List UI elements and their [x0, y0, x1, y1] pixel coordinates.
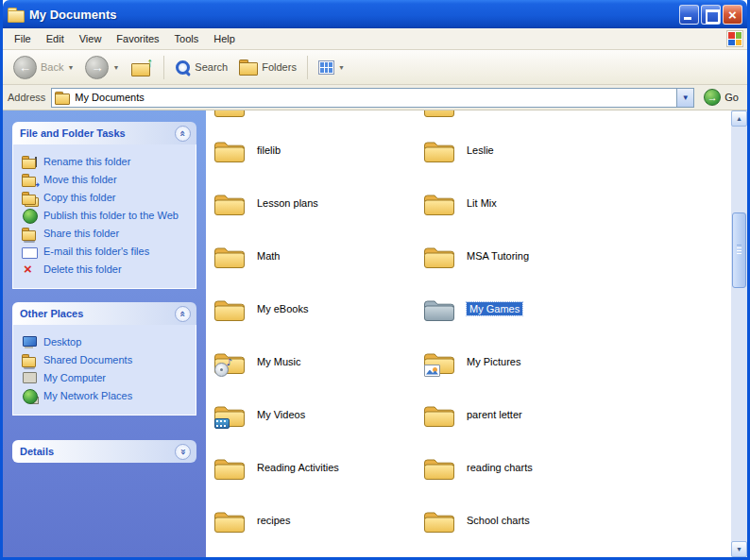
- address-dropdown-icon[interactable]: ▼: [676, 89, 693, 107]
- folder-item[interactable]: My eBooks: [213, 282, 423, 335]
- folder-icon: [423, 508, 455, 534]
- folder-label: My eBooks: [257, 303, 308, 314]
- task-item[interactable]: Publish this folder to the Web: [22, 209, 192, 223]
- scroll-down-icon[interactable]: ▼: [731, 541, 747, 557]
- task-item-label: Share this folder: [43, 227, 119, 240]
- menu-item-favorites[interactable]: Favorites: [109, 30, 166, 47]
- folder-item[interactable]: filelib: [213, 124, 423, 177]
- folder-item[interactable]: Lit Mix: [423, 177, 707, 229]
- folder-item[interactable]: Lesson plans: [213, 177, 423, 229]
- folder-icon: [213, 297, 246, 322]
- menu-item-edit[interactable]: Edit: [39, 30, 72, 47]
- folder-icon: [423, 402, 455, 428]
- task-item[interactable]: My Network Places: [22, 389, 192, 403]
- folders-button[interactable]: Folders: [234, 57, 301, 77]
- scroll-up-icon[interactable]: ▲: [731, 110, 747, 127]
- views-icon: [318, 60, 334, 75]
- menu-item-tools[interactable]: Tools: [167, 30, 207, 47]
- forward-button[interactable]: → ▼: [80, 53, 124, 82]
- task-item[interactable]: Copy this folder: [22, 191, 192, 205]
- videos-folder-icon: [213, 402, 246, 428]
- other-places-list: DesktopShared DocumentsMy ComputerMy Net…: [12, 325, 196, 416]
- vertical-scrollbar[interactable]: ▲ ▼: [731, 110, 747, 557]
- details-panel: Details: [12, 440, 196, 463]
- task-item[interactable]: Desktop: [22, 335, 192, 349]
- forward-icon: →: [85, 56, 109, 79]
- task-item-label: Publish this folder to the Web: [43, 209, 179, 222]
- share-folder-icon: [22, 227, 38, 241]
- search-label: Search: [195, 61, 228, 73]
- folder-item[interactable]: parent letter: [423, 388, 707, 441]
- folder-item[interactable]: My Games: [423, 282, 707, 335]
- music-folder-icon: [213, 349, 246, 375]
- task-item[interactable]: Rename this folder: [22, 155, 192, 169]
- folder-icon: [213, 191, 246, 216]
- folder-icon: [423, 191, 455, 216]
- folder-item[interactable]: My Pictures: [423, 335, 707, 388]
- task-item-label: E-mail this folder's files: [43, 245, 149, 258]
- task-item-label: Copy this folder: [43, 191, 115, 204]
- partial-folder-icon: [423, 110, 455, 118]
- email-icon: [22, 245, 38, 259]
- address-bar: Address My Documents ▼ → Go: [3, 85, 747, 110]
- address-combo[interactable]: My Documents ▼: [51, 88, 694, 108]
- task-item[interactable]: Delete this folder: [22, 263, 192, 277]
- cd-music-icon: [214, 363, 229, 377]
- folder-item[interactable]: My Videos: [213, 388, 423, 441]
- folder-item[interactable]: Math: [213, 229, 423, 282]
- task-item[interactable]: My Computer: [22, 371, 192, 385]
- folder-item[interactable]: My Music: [213, 335, 423, 388]
- folder-label: recipes: [257, 515, 290, 526]
- back-icon: ←: [13, 56, 37, 79]
- menu-item-file[interactable]: File: [7, 30, 39, 47]
- collapse-icon[interactable]: [175, 126, 191, 142]
- windows-logo-icon: [726, 30, 743, 47]
- task-item[interactable]: E-mail this folder's files: [22, 245, 192, 259]
- folder-icon: [213, 244, 246, 269]
- views-button[interactable]: ▼: [314, 58, 349, 77]
- task-pane: File and Folder Tasks Rename this folder…: [3, 110, 206, 557]
- go-label: Go: [724, 92, 739, 103]
- folder-label: My Pictures: [467, 356, 520, 367]
- file-tasks-header[interactable]: File and Folder Tasks: [12, 122, 196, 144]
- other-places-header[interactable]: Other Places: [12, 302, 196, 325]
- back-button[interactable]: ← Back ▼: [9, 53, 78, 82]
- up-button[interactable]: [126, 55, 158, 80]
- toolbar-separator: [307, 56, 308, 79]
- folder-icon: [423, 455, 455, 481]
- task-item[interactable]: Shared Documents: [22, 353, 192, 367]
- maximize-button[interactable]: [701, 5, 721, 25]
- folder-item[interactable]: recipes: [213, 494, 423, 547]
- folder-item[interactable]: MSA Tutoring: [423, 229, 707, 282]
- menu-item-view[interactable]: View: [72, 30, 110, 47]
- details-header[interactable]: Details: [12, 440, 196, 463]
- delete-icon: [22, 263, 38, 277]
- back-label: Back: [41, 61, 63, 73]
- scrollbar-thumb[interactable]: [732, 212, 746, 288]
- folder-item[interactable]: reading charts: [423, 441, 707, 494]
- title-bar[interactable]: My Documents: [3, 0, 747, 28]
- folder-item[interactable]: School charts: [423, 494, 707, 547]
- menu-item-help[interactable]: Help: [206, 30, 243, 47]
- explorer-window: My Documents FileEditViewFavoritesToolsH…: [0, 0, 750, 560]
- task-item[interactable]: Share this folder: [22, 227, 192, 241]
- back-dropdown-icon: ▼: [67, 64, 74, 71]
- task-item-label: Shared Documents: [43, 353, 132, 366]
- search-button[interactable]: Search: [170, 57, 232, 78]
- toolbar: ← Back ▼ → ▼ Search Folders ▼: [3, 50, 747, 85]
- folder-item[interactable]: Reading Activities: [213, 441, 423, 494]
- go-button[interactable]: → Go: [700, 89, 742, 106]
- folder-icon: [213, 455, 246, 481]
- close-button[interactable]: [723, 5, 742, 25]
- collapse-icon[interactable]: [175, 306, 191, 322]
- folders-label: Folders: [262, 61, 297, 73]
- pictures-folder-icon: [423, 349, 455, 375]
- minimize-button[interactable]: [679, 5, 699, 25]
- folder-label: filelib: [257, 144, 281, 156]
- expand-icon[interactable]: [175, 444, 191, 460]
- folder-item[interactable]: Leslie: [423, 124, 707, 177]
- task-item[interactable]: Move this folder: [22, 173, 192, 187]
- folder-icon: [423, 138, 455, 163]
- address-label: Address: [8, 92, 45, 103]
- folder-label: Math: [257, 250, 280, 262]
